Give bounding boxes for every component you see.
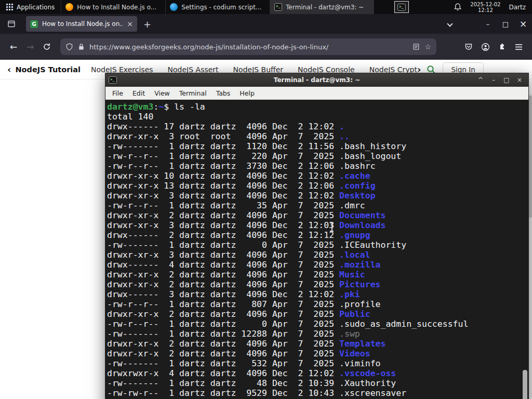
panel-clock[interactable]: 2025-12-02 12:12: [470, 0, 500, 14]
reader-mode-icon[interactable]: [413, 43, 420, 50]
close-button[interactable]: ×: [514, 14, 532, 34]
terminal-output-line: drwxr-xr-x 2 dartz dartz 4096 Apr 7 2025…: [107, 210, 527, 220]
firefox-view-button[interactable]: [4, 17, 19, 31]
page-scrollbar[interactable]: [528, 94, 532, 399]
file-meta: drwxr-xr-x 3 dartz dartz 4096 Dec 2 12:0…: [107, 191, 339, 201]
terminal-output-line: drwx------ 4 dartz dartz 4096 Apr 7 2025…: [107, 260, 527, 270]
taskbar-button[interactable]: Terminal - dartz@vm3: ~: [270, 0, 374, 14]
terminal-output[interactable]: dartz@vm3:~$ ls -la total 140 drwx------…: [105, 100, 528, 399]
firefox-view-icon: [7, 20, 16, 28]
tab-title: How to Install Node.js on...: [42, 20, 123, 28]
task-title: Settings - codium script...: [181, 4, 261, 11]
page-scrollbar-thumb[interactable]: [528, 96, 532, 218]
nav-prev-icon[interactable]: ‹: [7, 65, 11, 74]
forward-button[interactable]: →: [22, 39, 38, 55]
terminal-output-line: drwxr-xr-x 2 dartz dartz 4096 Apr 7 2025…: [107, 280, 527, 289]
url-bar[interactable]: https://www.geeksforgeeks.org/node-js/in…: [60, 38, 436, 55]
file-name: Music: [339, 270, 365, 280]
file-meta: -rw-r--r-- 1 dartz dartz 0 Apr 7 2025: [107, 319, 339, 329]
file-name: .bash_history: [339, 141, 406, 151]
file-name: .vscode-oss: [339, 368, 396, 378]
terminal-output-line: -rw-r--r-- 1 dartz dartz 807 Apr 7 2025 …: [107, 299, 527, 309]
terminal-menu-item[interactable]: Help: [235, 89, 259, 97]
terminal-output-line: -rw-rw-r-- 1 dartz dartz 9529 Dec 2 10:4…: [107, 388, 527, 398]
app-menu-button[interactable]: [510, 39, 527, 55]
terminal-output-line: drwxr-xr-x 2 dartz dartz 4096 Apr 7 2025…: [107, 270, 527, 280]
bookmark-star-icon[interactable]: ☆: [424, 43, 431, 51]
terminal-menu-item[interactable]: Terminal: [175, 89, 211, 97]
terminal-window-button[interactable]: □: [501, 75, 512, 85]
file-meta: drwxr-xr-x 2 dartz dartz 4096 Apr 7 2025: [107, 270, 339, 280]
terminal-window-button[interactable]: ×: [514, 75, 525, 85]
terminal-output-line: -rw-r--r-- 1 dartz dartz 0 Apr 7 2025 .s…: [107, 319, 527, 329]
file-name: ..: [339, 131, 350, 141]
terminal-window-controls: ^–□×: [475, 75, 525, 85]
back-button[interactable]: ←: [5, 39, 22, 55]
terminal-window-button[interactable]: ^: [475, 75, 486, 85]
file-listing: drwx------ 17 dartz dartz 4096 Dec 2 12:…: [107, 122, 527, 398]
terminal-menu-item[interactable]: File: [108, 89, 128, 97]
taskbar-button[interactable]: How to Install Node.js o...: [61, 0, 165, 14]
file-meta: drwxr-xr-x 2 dartz dartz 4096 Apr 7 2025: [107, 280, 339, 289]
terminal-output-line: drwxr-xr-x 3 root root 4096 Apr 7 2025 .…: [107, 131, 527, 141]
file-name: .dmrc: [339, 201, 365, 210]
terminal-output-line: drwxr-xr-x 13 dartz dartz 4096 Dec 2 12:…: [107, 181, 527, 191]
new-tab-button[interactable]: +: [143, 19, 151, 30]
pocket-icon: [464, 43, 473, 51]
lock-icon[interactable]: [78, 43, 85, 50]
minimize-button[interactable]: –: [479, 14, 497, 34]
browser-tab[interactable]: G How to Install Node.js on... ×: [26, 16, 137, 32]
tab-close-button[interactable]: ×: [127, 20, 133, 28]
account-button[interactable]: [477, 39, 494, 55]
terminal-output-line: -rw------- 1 dartz dartz 1120 Dec 2 11:5…: [107, 141, 527, 151]
terminal-menu-item[interactable]: View: [150, 89, 175, 97]
taskbar-button[interactable]: Settings - codium script...: [165, 0, 270, 14]
file-meta: -rw------- 1 dartz dartz 1120 Dec 2 11:5…: [107, 141, 339, 151]
applications-label: Applications: [17, 4, 55, 11]
file-name: Documents: [339, 210, 385, 220]
maximize-button[interactable]: □: [497, 14, 514, 34]
pocket-button[interactable]: [460, 39, 477, 55]
applications-grid-icon: [6, 4, 13, 10]
prompt-user-host: dartz@vm3: [107, 102, 153, 112]
terminal-scrollbar-thumb[interactable]: [523, 370, 527, 399]
terminal-menu-item[interactable]: Tabs: [211, 89, 235, 97]
window-controls: – □ ×: [479, 14, 532, 34]
prompt-line: dartz@vm3:~$ ls -la: [107, 102, 527, 112]
tray-terminal-item[interactable]: [394, 1, 409, 13]
list-all-tabs-icon[interactable]: [447, 21, 453, 26]
desktop-panel: Applications How to Install Node.js o...…: [0, 0, 532, 14]
file-name: .xscreensaver: [339, 388, 406, 398]
file-meta: drwxr-xr-x 2 dartz dartz 4096 Apr 7 2025: [107, 309, 339, 319]
terminal-output-line: -rw-r--r-- 1 dartz dartz 220 Apr 7 2025 …: [107, 151, 527, 161]
notifications-button[interactable]: [454, 0, 462, 14]
applications-menu-button[interactable]: Applications: [0, 0, 61, 14]
terminal-window-button[interactable]: –: [488, 75, 499, 85]
file-meta: -rw-r--r-- 1 dartz dartz 3730 Dec 2 12:0…: [107, 161, 339, 171]
terminal-output-line: -rw-r--r-- 1 dartz dartz 3730 Dec 2 12:0…: [107, 161, 527, 171]
prompt-colon: :: [153, 102, 158, 112]
panel-spacer: [374, 0, 394, 14]
clock-date: 2025-12-02: [470, 2, 500, 7]
file-name: .gnupg: [339, 230, 370, 240]
file-meta: drwxr-xr-x 2 dartz dartz 4096 Apr 7 2025: [107, 349, 339, 358]
terminal-output-line: -rw-r--r-- 1 dartz dartz 35 Apr 7 2025 .…: [107, 201, 527, 210]
file-meta: drwxr-xr-x 13 dartz dartz 4096 Dec 2 12:…: [107, 181, 339, 191]
terminal-menubar: FileEditViewTerminalTabsHelp: [105, 87, 528, 100]
reload-button[interactable]: [38, 39, 55, 55]
url-text: https://www.geeksforgeeks.org/node-js/in…: [89, 43, 408, 51]
clock-time: 12:12: [478, 7, 493, 13]
terminal-icon: [109, 76, 117, 84]
extensions-button[interactable]: [494, 39, 510, 55]
tracking-protection-shield-icon[interactable]: [65, 43, 73, 51]
terminal-output-line: -rw------- 1 dartz dartz 48 Dec 2 10:39 …: [107, 378, 527, 388]
extensions-puzzle-icon: [498, 43, 506, 51]
file-name: .mozilla: [339, 260, 380, 270]
file-meta: -rw------- 1 dartz dartz 0 Apr 7 2025: [107, 240, 339, 250]
terminal-titlebar[interactable]: Terminal - dartz@vm3: ~ ^–□×: [105, 73, 528, 87]
nav-active-item[interactable]: NodeJS Tutorial: [15, 65, 81, 74]
file-meta: drwxr-xr-x 2 dartz dartz 4096 Apr 7 2025: [107, 210, 339, 220]
task-icon: [274, 3, 282, 11]
terminal-menu-item[interactable]: Edit: [128, 89, 150, 97]
terminal-output-line: drwxr-xr-x 10 dartz dartz 4096 Dec 2 12:…: [107, 171, 527, 181]
